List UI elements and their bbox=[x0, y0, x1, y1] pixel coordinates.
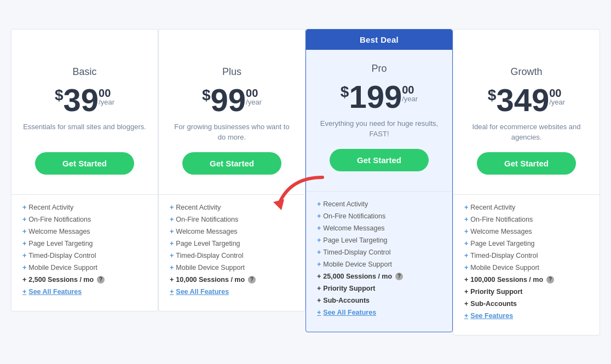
feature-item: + Mobile Device Support bbox=[464, 264, 589, 271]
feature-item: + 10,000 Sessions / mo ? bbox=[170, 276, 294, 284]
feature-item: + Priority Support bbox=[317, 285, 441, 292]
plan-price-basic: $ 39 00 /year bbox=[22, 84, 147, 116]
feature-item: + Mobile Device Support bbox=[22, 264, 147, 271]
price-dollar-basic: $ bbox=[55, 88, 64, 103]
plan-name-growth: Growth bbox=[464, 66, 589, 78]
feature-item: + Recent Activity bbox=[317, 200, 441, 208]
price-amount-basic: 39 bbox=[64, 84, 99, 116]
plan-name-plus: Plus bbox=[170, 66, 294, 78]
plan-price-pro: $ 199 00 /year bbox=[317, 81, 441, 113]
price-dollar-plus: $ bbox=[202, 88, 211, 103]
cta-button-basic[interactable]: Get Started bbox=[35, 152, 135, 175]
feature-item: + Timed-Display Control bbox=[22, 252, 147, 259]
plan-price-plus: $ 99 00 /year bbox=[170, 84, 294, 116]
feature-item: + Page Level Targeting bbox=[170, 240, 294, 247]
price-cents-plus: 00 bbox=[246, 88, 258, 99]
feature-item: + Timed-Display Control bbox=[464, 252, 589, 259]
feature-item: + Timed-Display Control bbox=[170, 252, 294, 259]
feature-item[interactable]: + See Features bbox=[464, 312, 589, 320]
price-cents-pro: 00 bbox=[402, 84, 414, 95]
plan-name-pro: Pro bbox=[317, 63, 441, 74]
feature-item: + On-Fire Notifications bbox=[22, 216, 147, 223]
cta-button-growth[interactable]: Get Started bbox=[477, 152, 577, 175]
plan-card-growth: Growth $ 349 00 /year Ideal for ecommerc… bbox=[453, 29, 600, 336]
price-cents-growth: 00 bbox=[549, 88, 561, 99]
feature-item: + Welcome Messages bbox=[22, 228, 147, 235]
pricing-table: Basic $ 39 00 /year Essentials for small… bbox=[11, 29, 600, 336]
feature-item: + Timed-Display Control bbox=[317, 249, 441, 256]
plan-features-basic: + Recent Activity + On-Fire Notification… bbox=[11, 194, 158, 311]
plan-card-plus: Plus $ 99 00 /year For growing businesse… bbox=[158, 29, 306, 311]
price-dollar-pro: $ bbox=[341, 84, 349, 100]
plan-features-growth: + Recent Activity + On-Fire Notification… bbox=[453, 194, 600, 335]
price-period-basic: /year bbox=[99, 99, 114, 106]
plan-header-pro: Pro $ 199 00 /year Everything you need f… bbox=[306, 50, 452, 191]
feature-item: + Welcome Messages bbox=[464, 228, 589, 235]
feature-item: + Welcome Messages bbox=[170, 228, 294, 235]
feature-item: + Mobile Device Support bbox=[170, 264, 294, 271]
feature-item[interactable]: + See All Features bbox=[22, 288, 147, 296]
feature-item: + Recent Activity bbox=[22, 204, 147, 211]
price-amount-pro: 199 bbox=[349, 81, 402, 113]
plan-description-basic: Essentials for small sites and bloggers. bbox=[22, 122, 147, 143]
plan-header-basic: Basic $ 39 00 /year Essentials for small… bbox=[11, 53, 158, 194]
plan-name-basic: Basic bbox=[22, 66, 147, 78]
feature-item: + Mobile Device Support bbox=[317, 261, 441, 268]
plan-card-basic: Basic $ 39 00 /year Essentials for small… bbox=[11, 29, 158, 311]
help-icon[interactable]: ? bbox=[395, 273, 403, 280]
svg-marker-0 bbox=[273, 199, 284, 210]
feature-item: + 100,000 Sessions / mo ? bbox=[464, 276, 589, 284]
feature-item: + Page Level Targeting bbox=[317, 236, 441, 244]
price-amount-growth: 349 bbox=[496, 84, 549, 116]
help-icon[interactable]: ? bbox=[248, 276, 256, 284]
help-icon[interactable]: ? bbox=[546, 276, 554, 284]
cta-button-pro[interactable]: Get Started bbox=[330, 149, 429, 171]
feature-item: + Page Level Targeting bbox=[22, 240, 147, 247]
feature-item: + 25,000 Sessions / mo ? bbox=[317, 273, 441, 280]
feature-item[interactable]: + See All Features bbox=[170, 288, 294, 296]
price-cents-basic: 00 bbox=[99, 88, 111, 99]
price-period-pro: /year bbox=[402, 95, 418, 102]
feature-item: + 2,500 Sessions / mo ? bbox=[22, 276, 147, 284]
plan-header-growth: Growth $ 349 00 /year Ideal for ecommerc… bbox=[453, 53, 600, 194]
price-period-plus: /year bbox=[246, 99, 262, 106]
plan-description-plus: For growing businesses who want to do mo… bbox=[170, 122, 294, 143]
plan-price-growth: $ 349 00 /year bbox=[464, 84, 589, 116]
price-dollar-growth: $ bbox=[488, 88, 497, 103]
feature-item: + Sub-Accounts bbox=[464, 300, 589, 308]
plan-description-pro: Everything you need for huge results, FA… bbox=[317, 118, 441, 140]
help-icon[interactable]: ? bbox=[97, 276, 105, 284]
plan-card-pro: Best DealPro $ 199 00 /year Everything y… bbox=[306, 29, 453, 332]
plan-features-pro: + Recent Activity + On-Fire Notification… bbox=[306, 191, 452, 332]
feature-item[interactable]: + See All Features bbox=[317, 309, 441, 316]
feature-item: + On-Fire Notifications bbox=[464, 216, 589, 223]
feature-item: + Sub-Accounts bbox=[317, 297, 441, 304]
feature-item: + Priority Support bbox=[464, 288, 589, 296]
price-amount-plus: 99 bbox=[211, 84, 246, 116]
plan-description-growth: Ideal for ecommerce websites and agencie… bbox=[464, 122, 589, 143]
feature-item: + Page Level Targeting bbox=[464, 240, 589, 247]
best-deal-badge: Best Deal bbox=[306, 30, 452, 50]
feature-item: + Welcome Messages bbox=[317, 224, 441, 232]
price-period-growth: /year bbox=[549, 99, 565, 106]
feature-item: + Recent Activity bbox=[464, 204, 589, 211]
feature-item: + On-Fire Notifications bbox=[317, 212, 441, 220]
arrow-pointer bbox=[262, 172, 328, 218]
cta-button-plus[interactable]: Get Started bbox=[182, 152, 282, 175]
